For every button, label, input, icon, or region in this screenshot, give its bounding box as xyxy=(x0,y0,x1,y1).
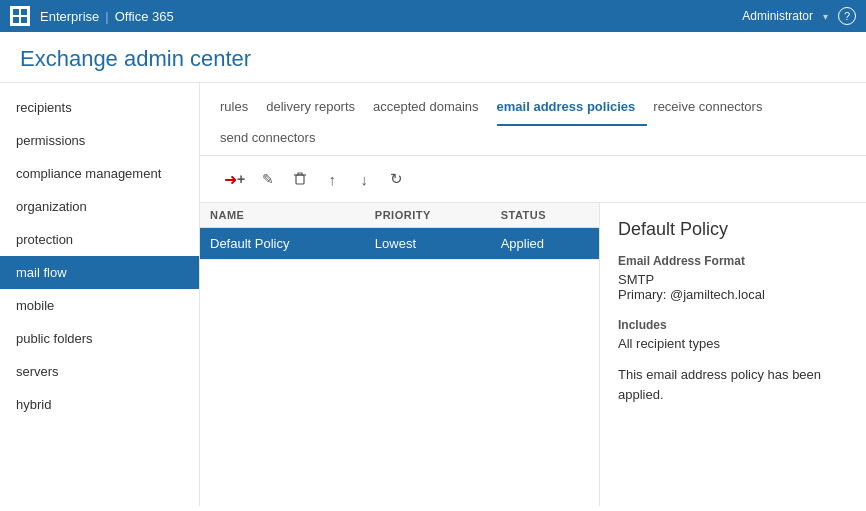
svg-rect-3 xyxy=(13,17,19,23)
sidebar-item-compliance-management[interactable]: compliance management xyxy=(0,157,199,190)
tab-accepted-domains[interactable]: accepted domains xyxy=(373,95,491,126)
add-plus-icon: + xyxy=(237,171,245,187)
move-up-button[interactable]: ↑ xyxy=(319,166,345,192)
app-name-office365[interactable]: Office 365 xyxy=(115,9,174,24)
col-priority: PRIORITY xyxy=(365,203,491,228)
col-status: STATUS xyxy=(491,203,599,228)
row-name: Default Policy xyxy=(200,228,365,260)
page-title-bar: Exchange admin center xyxy=(0,32,866,83)
detail-email-format-value: SMTP xyxy=(618,272,848,287)
edit-icon: ✎ xyxy=(262,171,274,187)
sidebar-item-organization[interactable]: organization xyxy=(0,190,199,223)
sidebar-item-mobile[interactable]: mobile xyxy=(0,289,199,322)
detail-primary-label: Primary: @jamiltech.local xyxy=(618,287,848,302)
top-bar: Enterprise | Office 365 Administrator ▾ … xyxy=(0,0,866,32)
detail-includes-label: Includes xyxy=(618,318,848,332)
add-button[interactable]: ➜ + xyxy=(220,166,249,192)
detail-email-format-label: Email Address Format xyxy=(618,254,848,268)
app-name-separator: | xyxy=(105,9,108,24)
detail-includes-value: All recipient types xyxy=(618,336,848,351)
row-priority: Lowest xyxy=(365,228,491,260)
delete-button[interactable] xyxy=(287,166,313,192)
detail-panel: Default Policy Email Address Format SMTP… xyxy=(600,203,866,506)
edit-button[interactable]: ✎ xyxy=(255,166,281,192)
refresh-icon: ↻ xyxy=(390,170,403,188)
page-title: Exchange admin center xyxy=(20,46,251,71)
delete-icon xyxy=(293,171,307,188)
table-section: NAME PRIORITY STATUS Default Policy Lowe… xyxy=(200,203,600,506)
svg-rect-2 xyxy=(21,9,27,15)
sidebar-item-mail-flow[interactable]: mail flow xyxy=(0,256,199,289)
svg-rect-4 xyxy=(21,17,27,23)
app-name-enterprise[interactable]: Enterprise xyxy=(40,9,99,24)
sidebar-item-servers[interactable]: servers xyxy=(0,355,199,388)
toolbar: ➜ + ✎ ↑ ↓ ↻ xyxy=(200,156,866,203)
up-arrow-icon: ↑ xyxy=(328,171,336,188)
col-name: NAME xyxy=(200,203,365,228)
admin-chevron-icon: ▾ xyxy=(823,11,828,22)
row-status: Applied xyxy=(491,228,599,260)
down-arrow-icon: ↓ xyxy=(360,171,368,188)
policies-table: NAME PRIORITY STATUS Default Policy Lowe… xyxy=(200,203,599,260)
svg-rect-5 xyxy=(296,175,304,184)
add-arrow-icon: ➜ xyxy=(224,170,237,189)
sidebar-item-hybrid[interactable]: hybrid xyxy=(0,388,199,421)
tab-receive-connectors[interactable]: receive connectors xyxy=(653,95,774,126)
sidebar-item-permissions[interactable]: permissions xyxy=(0,124,199,157)
sidebar-item-recipients[interactable]: recipients xyxy=(0,91,199,124)
detail-title: Default Policy xyxy=(618,219,848,240)
table-row[interactable]: Default Policy Lowest Applied xyxy=(200,228,599,260)
help-button[interactable]: ? xyxy=(838,7,856,25)
refresh-button[interactable]: ↻ xyxy=(383,166,409,192)
main-layout: recipients permissions compliance manage… xyxy=(0,83,866,506)
detail-note: This email address policy has been appli… xyxy=(618,365,848,404)
move-down-button[interactable]: ↓ xyxy=(351,166,377,192)
sidebar: recipients permissions compliance manage… xyxy=(0,83,200,506)
admin-menu[interactable]: Administrator xyxy=(742,9,813,23)
tab-rules[interactable]: rules xyxy=(220,95,260,126)
content-area: rules delivery reports accepted domains … xyxy=(200,83,866,506)
sub-nav: rules delivery reports accepted domains … xyxy=(200,83,866,156)
sidebar-item-public-folders[interactable]: public folders xyxy=(0,322,199,355)
sidebar-item-protection[interactable]: protection xyxy=(0,223,199,256)
table-detail-layout: NAME PRIORITY STATUS Default Policy Lowe… xyxy=(200,203,866,506)
svg-rect-1 xyxy=(13,9,19,15)
app-logo xyxy=(10,6,30,26)
tab-email-address-policies[interactable]: email address policies xyxy=(497,95,648,126)
tab-send-connectors[interactable]: send connectors xyxy=(220,126,327,155)
tab-delivery-reports[interactable]: delivery reports xyxy=(266,95,367,126)
